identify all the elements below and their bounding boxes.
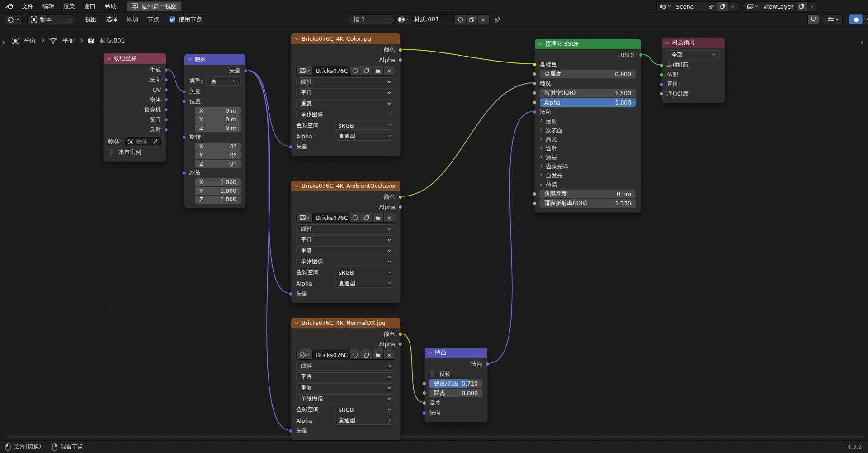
scene-icon[interactable]: [657, 2, 673, 11]
node-texture-coordinate[interactable]: 纹理坐标 生成 法向 UV 物体 摄像机 窗口 反射 物体: 物体: [103, 53, 166, 162]
projection-dropdown[interactable]: 平直: [296, 372, 395, 381]
socket-roughness[interactable]: [533, 81, 537, 86]
image-copy-button[interactable]: [361, 213, 372, 222]
section-chevron-icon[interactable]: [539, 137, 542, 140]
image-unlink-button[interactable]: ×: [383, 350, 395, 359]
menu-file[interactable]: 文件: [17, 2, 38, 10]
editor-type-selector[interactable]: [4, 14, 23, 24]
scale-x-field[interactable]: X1.000: [195, 178, 241, 186]
image-name-field[interactable]: Bricks076C_4K...: [312, 213, 349, 222]
socket-height[interactable]: [422, 401, 426, 405]
section-chevron-icon[interactable]: [539, 155, 542, 158]
scale-y-field[interactable]: Y1.000: [195, 187, 241, 195]
node-header[interactable]: 凹凸: [425, 348, 487, 358]
material-copy-button[interactable]: [466, 15, 477, 24]
socket-vector-in[interactable]: [182, 90, 186, 94]
socket-normal-in[interactable]: [533, 110, 537, 114]
collapse-icon[interactable]: [188, 57, 192, 61]
image-unlink-button[interactable]: ×: [383, 66, 395, 75]
material-unlink-button[interactable]: ×: [477, 15, 489, 24]
section-diffuse[interactable]: 漫射: [546, 118, 557, 125]
collapse-icon[interactable]: [428, 350, 432, 354]
menu-window[interactable]: 窗口: [80, 2, 100, 10]
distance-slider[interactable]: 距离0.000: [429, 389, 482, 397]
scene-selector[interactable]: Scene ×: [656, 1, 738, 11]
material-name-field[interactable]: 材质.001: [411, 15, 455, 24]
interpolation-dropdown[interactable]: 线性: [296, 77, 395, 86]
projection-dropdown[interactable]: 平直: [296, 235, 395, 244]
image-copy-button[interactable]: [361, 350, 372, 359]
collapse-icon[interactable]: [295, 183, 298, 187]
socket-color-out[interactable]: [398, 332, 402, 336]
node-mapping[interactable]: 映射 矢量 类型: 点 矢量 位置 X0 m Y0 m Z0 m 旋转 X0° …: [184, 54, 246, 208]
image-name-field[interactable]: Bricks076C_4K...: [312, 66, 349, 75]
viewlayer-name[interactable]: ViewLayer: [760, 2, 796, 11]
node-header[interactable]: Bricks076C_4K_Color.jpg: [291, 33, 400, 44]
menu-select[interactable]: 选择: [101, 15, 122, 24]
open-image-folder-button[interactable]: [372, 66, 383, 75]
section-coat[interactable]: 涂层: [546, 154, 557, 162]
material-browse-button[interactable]: [396, 15, 411, 24]
menu-add[interactable]: 添加: [122, 15, 143, 24]
socket-ior[interactable]: [533, 91, 537, 95]
scene-name[interactable]: Scene: [673, 2, 706, 11]
projection-dropdown[interactable]: 平直: [296, 88, 395, 97]
socket-film-thickness[interactable]: [533, 192, 537, 196]
node-header[interactable]: 映射: [184, 54, 245, 65]
menu-edit[interactable]: 编辑: [38, 2, 59, 10]
menu-view[interactable]: 视图: [80, 15, 101, 24]
rotation-z-field[interactable]: Z0°: [195, 160, 241, 168]
socket-color-out[interactable]: [398, 195, 402, 199]
image-browse-button[interactable]: [297, 350, 312, 359]
node-img-color[interactable]: Bricks076C_4K_Color.jpg 颜色 Alpha Bricks0…: [291, 33, 401, 156]
extension-dropdown[interactable]: 重复: [296, 383, 395, 392]
mapping-type-dropdown[interactable]: 点: [206, 76, 241, 86]
breadcrumb-mesh[interactable]: 平面: [62, 37, 74, 45]
horizontal-scrollbar[interactable]: [6, 436, 864, 438]
breadcrumb-object[interactable]: 平面: [24, 37, 36, 45]
extension-dropdown[interactable]: 重复: [296, 246, 395, 255]
interpolation-dropdown[interactable]: 线性: [296, 362, 395, 371]
scale-z-field[interactable]: Z1.000: [195, 196, 241, 204]
node-header[interactable]: Bricks076C_4K_AmbientOcclusion.jpg: [291, 181, 400, 191]
socket-scale[interactable]: [182, 171, 186, 175]
socket-generated[interactable]: [164, 68, 168, 72]
ior-slider[interactable]: 折射率(IOR)1.500: [540, 89, 636, 97]
rotation-y-field[interactable]: Y0°: [195, 151, 241, 159]
node-header[interactable]: 纹理坐标: [104, 53, 166, 64]
source-dropdown[interactable]: 单张图像: [296, 394, 395, 403]
socket-thickness[interactable]: [660, 92, 664, 96]
alpha-mode-dropdown[interactable]: 直通型: [334, 279, 395, 288]
eyedropper-icon[interactable]: [152, 139, 158, 144]
output-target-dropdown[interactable]: 全部: [667, 50, 720, 59]
snap-magnet-toggle[interactable]: [807, 14, 819, 24]
viewlayer-remove-button[interactable]: ×: [807, 2, 817, 11]
fake-user-shield-button[interactable]: [455, 15, 466, 24]
socket-rotation[interactable]: [182, 135, 186, 139]
socket-alpha-out[interactable]: [398, 342, 402, 346]
socket-film-ior[interactable]: [533, 201, 537, 205]
film-ior-slider[interactable]: 薄膜折射率(IOR)1.330: [540, 199, 636, 208]
section-subsurface[interactable]: 次表面: [546, 127, 563, 134]
location-z-field[interactable]: Z0 m: [195, 124, 241, 132]
socket-camera[interactable]: [164, 108, 168, 112]
socket-normal-in[interactable]: [422, 411, 426, 415]
section-sheen[interactable]: 边缘光泽: [546, 163, 568, 171]
strength-slider[interactable]: 强度/力度0.720: [429, 379, 482, 388]
breadcrumb-material[interactable]: 材质.001: [100, 37, 125, 45]
fake-user-shield-button[interactable]: [349, 213, 361, 222]
snap-target-dropdown[interactable]: [823, 14, 843, 24]
section-chevron-icon[interactable]: [539, 146, 542, 149]
collapse-icon[interactable]: [295, 36, 298, 40]
section-thin-film[interactable]: 薄膜: [546, 181, 557, 189]
pin-icon[interactable]: [495, 16, 501, 23]
use-nodes-checkbox[interactable]: [169, 16, 175, 23]
socket-reflection[interactable]: [164, 128, 168, 132]
interpolation-dropdown[interactable]: 线性: [296, 224, 395, 234]
source-dropdown[interactable]: 单张图像: [296, 257, 395, 266]
socket-normal-out[interactable]: [486, 362, 490, 366]
section-chevron-icon[interactable]: [539, 128, 542, 131]
fake-user-shield-button[interactable]: [349, 66, 361, 75]
image-browse-button[interactable]: [297, 213, 312, 222]
socket-object[interactable]: [164, 98, 168, 102]
